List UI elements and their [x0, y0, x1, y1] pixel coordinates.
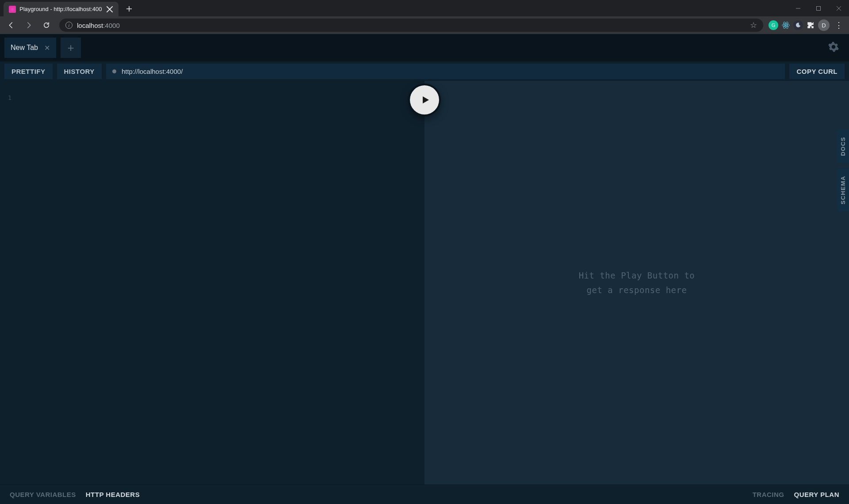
browser-new-tab-button[interactable]: [123, 3, 135, 15]
url-host: localhost: [77, 22, 103, 29]
browser-tab[interactable]: Playground - http://localhost:400: [4, 2, 119, 16]
browser-tab-strip: Playground - http://localhost:400: [0, 0, 849, 16]
extensions-button[interactable]: [806, 20, 815, 30]
placeholder-line: Hit the Play Button to: [579, 268, 695, 283]
playground-add-tab-button[interactable]: +: [61, 38, 81, 58]
query-variables-tab[interactable]: QUERY VARIABLES: [10, 491, 76, 498]
window-minimize-button[interactable]: [788, 2, 808, 15]
tab-close-button[interactable]: [106, 6, 113, 13]
nav-forward-button[interactable]: [21, 18, 36, 33]
playground-settings-button[interactable]: [828, 41, 839, 54]
graphql-favicon-icon: [9, 6, 16, 13]
line-number: 1: [0, 94, 19, 101]
nav-reload-button[interactable]: [39, 18, 54, 33]
http-headers-tab[interactable]: HTTP HEADERS: [86, 491, 140, 498]
site-info-icon[interactable]: i: [65, 22, 73, 29]
extension-react-devtools-icon[interactable]: [781, 20, 791, 30]
playground-tabs-row: New Tab ✕ +: [0, 34, 849, 61]
history-button[interactable]: HISTORY: [57, 64, 102, 79]
svg-rect-0: [817, 6, 821, 10]
playground-tab-label: New Tab: [11, 44, 38, 52]
playground-main: 1 Hit the Play Button to get a response …: [0, 81, 849, 485]
minimize-icon: [795, 6, 801, 11]
window-controls: [788, 0, 849, 16]
plus-icon: +: [67, 41, 74, 55]
browser-menu-button[interactable]: ⋮: [832, 20, 845, 30]
arrow-left-icon: [7, 21, 15, 29]
playground-tab[interactable]: New Tab ✕: [4, 38, 56, 58]
playground-footer: QUERY VARIABLES HTTP HEADERS TRACING QUE…: [0, 485, 849, 504]
placeholder-line: get a response here: [579, 283, 695, 297]
window-close-button[interactable]: [829, 2, 849, 15]
url-text: localhost:4000: [77, 22, 120, 29]
prettify-button[interactable]: PRETTIFY: [4, 64, 53, 79]
svg-point-1: [785, 24, 786, 26]
footer-right: TRACING QUERY PLAN: [753, 491, 839, 498]
endpoint-input-wrapper: [106, 64, 785, 79]
browser-tab-title: Playground - http://localhost:400: [19, 6, 103, 12]
puzzle-icon: [807, 21, 815, 29]
gear-icon: [828, 41, 839, 53]
close-icon: [106, 6, 113, 13]
window-maximize-button[interactable]: [808, 2, 829, 15]
maximize-icon: [816, 6, 821, 11]
query-editor-pane: 1: [0, 81, 424, 485]
arrow-right-icon: [25, 21, 33, 29]
execute-query-button[interactable]: [410, 85, 439, 115]
address-bar[interactable]: i localhost:4000 ☆: [59, 19, 763, 32]
schema-tab[interactable]: SCHEMA: [837, 168, 849, 211]
side-tabs: DOCS SCHEMA: [837, 130, 849, 211]
tracing-tab[interactable]: TRACING: [753, 491, 784, 498]
query-editor[interactable]: [19, 81, 424, 485]
profile-avatar[interactable]: D: [818, 19, 830, 31]
browser-toolbar: i localhost:4000 ☆ G D ⋮: [0, 16, 849, 34]
docs-tab[interactable]: DOCS: [837, 130, 849, 163]
editor-gutter: 1: [0, 81, 19, 485]
play-icon: [420, 95, 431, 105]
nav-back-button[interactable]: [4, 18, 19, 33]
url-path: :4000: [103, 22, 120, 29]
omnibox-actions: ☆: [750, 20, 757, 30]
endpoint-status-dot-icon: [112, 69, 116, 73]
footer-left: QUERY VARIABLES HTTP HEADERS: [10, 491, 140, 498]
playground-toolbar: PRETTIFY HISTORY COPY CURL: [0, 61, 849, 81]
moon-icon: [795, 22, 801, 28]
reload-icon: [42, 21, 50, 29]
extension-dark-icon[interactable]: [793, 20, 803, 30]
result-pane: Hit the Play Button to get a response he…: [424, 81, 849, 485]
playground-tab-close-button[interactable]: ✕: [44, 44, 50, 52]
query-plan-tab[interactable]: QUERY PLAN: [794, 491, 839, 498]
bookmark-star-icon[interactable]: ☆: [750, 20, 757, 30]
close-icon: [836, 6, 841, 11]
extension-grammarly-icon[interactable]: G: [769, 20, 778, 30]
endpoint-input[interactable]: [122, 68, 779, 75]
result-placeholder: Hit the Play Button to get a response he…: [579, 268, 695, 297]
plus-icon: [126, 6, 132, 12]
copy-curl-button[interactable]: COPY CURL: [789, 64, 845, 79]
react-icon: [781, 21, 790, 30]
graphql-playground: New Tab ✕ + PRETTIFY HISTORY COPY CURL 1: [0, 34, 849, 504]
